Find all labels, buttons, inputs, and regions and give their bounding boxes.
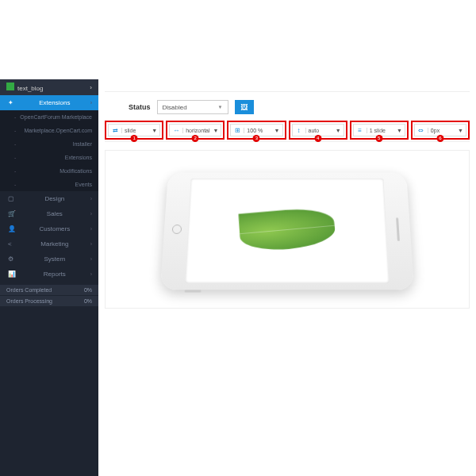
status-label: Status bbox=[129, 103, 151, 111]
option-select[interactable]: 1 slide▼ bbox=[367, 128, 405, 133]
main-panel: Status Disabled ▼ 🖼 ⇄slide▼1↔horizontal▼… bbox=[98, 79, 476, 476]
option-icon: ⊞ bbox=[231, 127, 244, 134]
sidebar-item[interactable]: Installer bbox=[0, 137, 98, 151]
sidebar: text_blog › ✦Extensions›OpenCartForum Ma… bbox=[0, 79, 98, 476]
image-button[interactable]: 🖼 bbox=[235, 100, 254, 114]
sidebar-item[interactable]: ▢Design› bbox=[0, 191, 98, 206]
status-value: Disabled bbox=[163, 104, 187, 111]
options-row: ⇄slide▼1↔horizontal▼2⊞100 %▼3↕auto▼4≡1 s… bbox=[105, 119, 470, 142]
caret-down-icon: ▼ bbox=[218, 105, 223, 109]
status-row: Status Disabled ▼ 🖼 bbox=[105, 92, 470, 119]
option-icon: ↔ bbox=[170, 127, 182, 134]
stat-row: Orders Completed0% bbox=[0, 285, 98, 296]
option-icon: ↕ bbox=[293, 127, 305, 134]
sidebar-item[interactable]: Extensions bbox=[0, 151, 98, 164]
sidebar-item[interactable]: ⚙System› bbox=[0, 251, 98, 267]
option-select[interactable]: slide▼ bbox=[121, 128, 159, 133]
option-badge: 2 bbox=[192, 135, 199, 142]
option-box: ⇔0px▼6 bbox=[411, 121, 470, 140]
option-box: ↕auto▼4 bbox=[289, 121, 347, 140]
option-icon: ≡ bbox=[354, 127, 367, 134]
breadcrumb bbox=[105, 79, 470, 92]
app-title: text_blog bbox=[17, 85, 43, 92]
option-badge: 1 bbox=[131, 135, 138, 142]
preview-area bbox=[105, 150, 470, 309]
sidebar-stats: Orders Completed0%Orders Processing0% bbox=[0, 285, 98, 307]
option-icon: ⇔ bbox=[415, 127, 428, 134]
option-icon: ⇄ bbox=[109, 127, 121, 134]
option-select[interactable]: horizontal▼ bbox=[182, 128, 221, 133]
status-select[interactable]: Disabled ▼ bbox=[157, 100, 228, 114]
stat-row: Orders Processing0% bbox=[0, 296, 98, 307]
option-box: ↔horizontal▼2 bbox=[166, 121, 225, 140]
product-image bbox=[160, 172, 414, 290]
option-box: ⊞100 %▼3 bbox=[227, 121, 286, 140]
sidebar-item[interactable]: Modifications bbox=[0, 164, 98, 178]
sidebar-item[interactable]: OpenCartForum Marketplace bbox=[0, 110, 98, 124]
sidebar-item[interactable]: 📊Reports› bbox=[0, 267, 98, 282]
sidebar-item[interactable]: 🛒Sales› bbox=[0, 206, 98, 221]
option-select[interactable]: 100 %▼ bbox=[244, 128, 282, 133]
option-box: ⇄slide▼1 bbox=[105, 121, 163, 140]
option-badge: 4 bbox=[314, 135, 321, 142]
sidebar-item[interactable]: Marketplace.OpenCart.com bbox=[0, 124, 98, 137]
option-box: ≡1 slide▼5 bbox=[350, 121, 409, 140]
sidebar-item[interactable]: 👤Customers› bbox=[0, 221, 98, 236]
sidebar-item[interactable]: ✦Extensions› bbox=[0, 95, 98, 110]
chevron-right-icon: › bbox=[90, 84, 92, 91]
sidebar-header[interactable]: text_blog › bbox=[0, 79, 98, 95]
option-select[interactable]: 0px▼ bbox=[428, 128, 466, 133]
option-badge: 5 bbox=[375, 135, 382, 142]
option-badge: 3 bbox=[253, 135, 260, 142]
sidebar-item[interactable]: <Marketing› bbox=[0, 236, 98, 251]
option-badge: 6 bbox=[436, 135, 443, 142]
app-icon bbox=[6, 83, 14, 90]
option-select[interactable]: auto▼ bbox=[305, 128, 344, 133]
sidebar-item[interactable]: Events bbox=[0, 178, 98, 191]
